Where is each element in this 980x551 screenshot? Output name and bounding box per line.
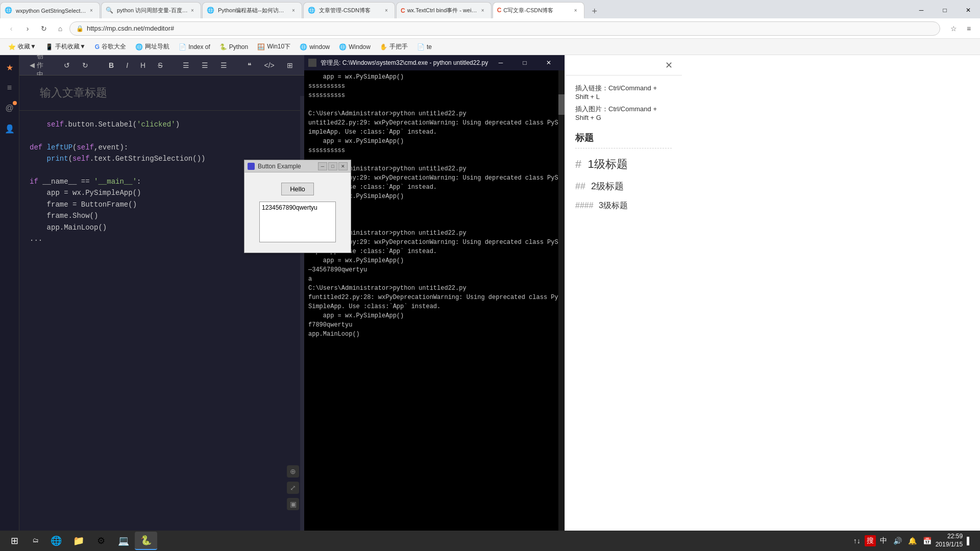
cmd-line-6: app = wx.PySimpleApp() [308, 137, 560, 146]
tray-network[interactable]: ↑↓ [851, 535, 863, 547]
tab-close-6[interactable]: × [572, 6, 580, 14]
cmd-line-17: a [308, 274, 560, 284]
tray-ime[interactable]: 中 [878, 534, 889, 547]
tray-volume[interactable]: 🔊 [891, 535, 904, 547]
indent-button[interactable]: ☰ [216, 59, 231, 71]
bookmark-label: Window [349, 43, 371, 51]
tab-4[interactable]: 🌐 文章管理-CSDN博客 × [303, 2, 395, 18]
taskbar-python[interactable]: 🐍 [135, 532, 157, 550]
bookmark-label: 手机收藏▼ [55, 42, 86, 51]
maximize-button[interactable]: □ [933, 2, 957, 18]
tab-6[interactable]: C C写文章-CSDN博客 × [493, 2, 584, 18]
ol-button[interactable]: ☰ [198, 59, 212, 71]
italic-button[interactable]: I [122, 59, 132, 71]
bookmark-google[interactable]: G 谷歌大全 [91, 41, 130, 53]
taskbar-explorer[interactable]: 📁 [67, 532, 90, 550]
table-button[interactable]: ⊞ [283, 59, 297, 71]
bookmark-label: 手把手 [389, 42, 408, 51]
undo-button[interactable]: ↺ [60, 59, 74, 71]
cmd-maximize-button[interactable]: □ [513, 56, 536, 70]
forward-button[interactable]: › [20, 21, 35, 36]
minimize-button[interactable]: ─ [910, 2, 933, 18]
code-button[interactable]: </> [260, 59, 278, 71]
taskbar-edge[interactable]: 🌐 [45, 532, 67, 550]
section-divider [575, 148, 672, 148]
be-maximize-button[interactable]: □ [328, 162, 337, 170]
cmd-line-3: ssssssssss [308, 91, 560, 100]
tab-3[interactable]: 🌐 Python编程基础--如何访问局... × [202, 2, 302, 18]
close-window-button[interactable]: ✕ [957, 2, 980, 18]
quote-button[interactable]: ❝ [243, 59, 256, 71]
redo-button[interactable]: ↻ [78, 59, 92, 71]
tab-close-4[interactable]: × [382, 7, 390, 15]
taskbar-cmd[interactable]: 💻 [112, 532, 135, 550]
preview-close-button[interactable]: ✕ [662, 58, 676, 72]
bold-button[interactable]: B [105, 59, 118, 71]
taskbar-settings[interactable]: ⚙ [90, 532, 112, 550]
tray-battery[interactable]: 🔔 [906, 535, 919, 547]
bookmark-label: 收藏▼ [18, 42, 36, 51]
sidebar-icon-user[interactable]: 👤 [2, 120, 18, 137]
tab-close-3[interactable]: × [289, 7, 298, 15]
bookmarks-bar: ⭐ 收藏▼ 📱 手机收藏▼ G 谷歌大全 🌐 网址导航 📄 Index of 🐍… [0, 39, 980, 55]
url-input[interactable]: 🔒 https://mp.csdn.net/mdeditor# [69, 21, 940, 36]
cmd-icon-taskbar: 💻 [118, 535, 129, 546]
bookmark-label: Python [229, 43, 248, 51]
bookmark-label: window [309, 43, 330, 51]
bookmark-hand[interactable]: ✋ 手把手 [376, 41, 412, 53]
task-view-button[interactable]: 🗂 [27, 531, 45, 551]
clock-date: 2019/1/15 [936, 541, 963, 549]
cmd-close-button[interactable]: ✕ [537, 56, 560, 70]
bookmark-mobile[interactable]: 📱 手机收藏▼ [41, 41, 90, 53]
tab-close-1[interactable]: × [87, 7, 95, 15]
win-icon: 🪟 [257, 43, 265, 51]
tab-2[interactable]: 🔍 python 访问周部变量-百度搜索 × [101, 2, 201, 18]
cmd-minimize-button[interactable]: ─ [489, 56, 512, 70]
tab-5[interactable]: C wx.TextCtrl bind事件 - weixin_... × [396, 2, 492, 18]
bookmark-nav[interactable]: 🌐 网址导航 [131, 41, 174, 53]
bookmark-label: 网址导航 [145, 42, 169, 51]
bookmark-window2[interactable]: 🌐 Window [335, 42, 375, 52]
heading2-text: 2级标题 [591, 181, 624, 191]
browser-actions: ☆ ≡ [946, 21, 976, 36]
cmd-scrollbar-thumb[interactable] [558, 94, 565, 115]
center-view-icon[interactable]: ⊕ [287, 465, 299, 478]
bookmark-window1[interactable]: 🌐 window [296, 42, 334, 52]
refresh-button[interactable]: ↻ [37, 21, 51, 36]
bookmark-collections[interactable]: ⭐ 收藏▼ [4, 41, 40, 53]
cmd-line-19: funtitled22.py:28: wxPyDeprecationWarnin… [308, 293, 560, 311]
tray-action-center[interactable]: 📅 [921, 535, 934, 547]
csdn-left-sidebar: ★ ≡ @ 👤 [0, 55, 19, 551]
show-desktop[interactable]: ▌ [965, 535, 974, 547]
start-button[interactable]: ⊞ [2, 531, 27, 551]
settings-button[interactable]: ≡ [962, 21, 976, 36]
system-clock[interactable]: 22:59 2019/1/15 [936, 533, 963, 548]
new-tab-button[interactable]: + [587, 4, 602, 18]
back-button[interactable]: ‹ [4, 21, 18, 36]
be-minimize-button[interactable]: ─ [318, 162, 327, 170]
be-textbox[interactable]: 1234567890qwertyu [259, 202, 336, 242]
home-button[interactable]: ⌂ [53, 21, 67, 36]
bookmark-index[interactable]: 📄 Index of [175, 42, 214, 52]
heading-button[interactable]: H [136, 59, 150, 71]
bookmark-te[interactable]: 📄 te [413, 42, 436, 52]
tab-close-5[interactable]: × [479, 7, 487, 15]
ul-button[interactable]: ☰ [179, 59, 193, 71]
hash1-icon: # [575, 158, 581, 170]
fullscreen-icon[interactable]: ⤢ [287, 482, 299, 494]
python-icon: 🐍 [219, 43, 227, 51]
hello-button[interactable]: Hello [281, 183, 314, 195]
bookmark-python[interactable]: 🐍 Python [215, 42, 252, 52]
bookmark-win10[interactable]: 🪟 Win10下 [253, 41, 295, 53]
notification-badge [13, 101, 17, 105]
strikethrough-button[interactable]: S [154, 59, 166, 71]
preview-icon[interactable]: ▣ [287, 498, 299, 510]
sidebar-icon-star[interactable]: ★ [2, 59, 18, 76]
bookmark-star[interactable]: ☆ [946, 21, 961, 36]
tab-1[interactable]: 🌐 wxpython GetStringSelection() × [0, 2, 100, 18]
tray-input[interactable]: 搜 [865, 535, 876, 546]
be-close-button[interactable]: ✕ [338, 162, 348, 170]
sidebar-icon-articles[interactable]: ≡ [2, 80, 18, 96]
article-title-input[interactable] [30, 81, 294, 105]
tab-close-2[interactable]: × [188, 7, 197, 15]
